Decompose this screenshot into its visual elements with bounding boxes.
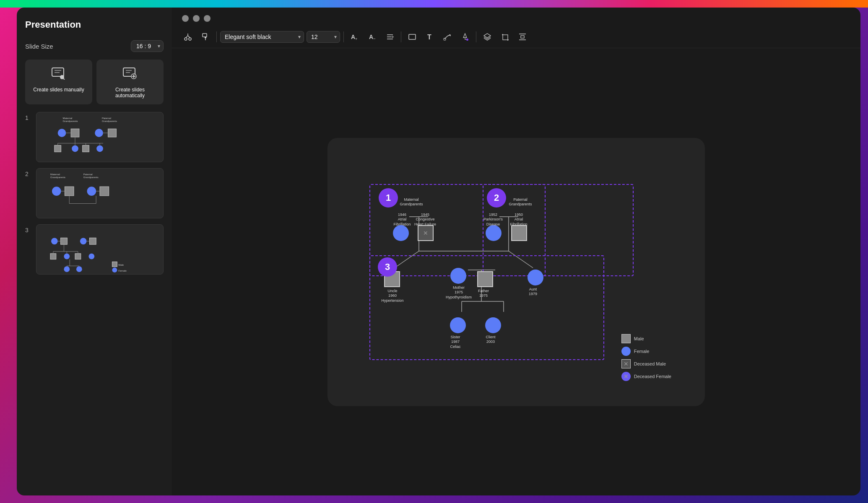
- legend-male-icon: [621, 334, 631, 343]
- window-minimize-button[interactable]: [193, 15, 200, 22]
- toolbar-divider-2: [343, 31, 344, 42]
- svg-point-56: [64, 266, 70, 272]
- font-size-select[interactable]: 12 10 14 16 18 24: [307, 31, 340, 43]
- create-manually-button[interactable]: Create slides manually: [25, 60, 92, 104]
- create-auto-button[interactable]: Create slides automatically: [96, 60, 164, 104]
- mother-node: [450, 268, 466, 284]
- svg-line-73: [186, 36, 188, 38]
- svg-rect-17: [71, 129, 79, 137]
- svg-text:Grandparents: Grandparents: [63, 120, 78, 122]
- format-painter-button[interactable]: [198, 31, 213, 43]
- svg-rect-45: [42, 225, 157, 274]
- aunt-node: [528, 270, 543, 285]
- font-grow-button[interactable]: A +: [347, 31, 362, 43]
- maternal-gp-label: MaternalGrandparents: [395, 197, 428, 207]
- canvas-area: 1 2 3 MaternalGrandparents PaternalGrand…: [172, 48, 860, 495]
- svg-rect-37: [65, 187, 74, 196]
- svg-line-110: [395, 251, 419, 268]
- svg-rect-20: [108, 129, 117, 137]
- create-manually-label: Create slides manually: [33, 87, 84, 93]
- mat-gf-node: ✕: [418, 225, 434, 241]
- legend-female: Female: [621, 347, 671, 356]
- svg-line-88: [444, 36, 447, 39]
- slide-size-select[interactable]: 16 : 9 4 : 3 A4: [131, 40, 164, 52]
- font-size-wrapper[interactable]: 12 10 14 16 18 24: [307, 31, 340, 43]
- main-area: Elegant soft black 12 10 14 16 18 24 A +…: [172, 8, 860, 495]
- mat-gf-year-label: 1945CongestiveHeart Failure: [413, 213, 438, 227]
- svg-rect-11: [42, 112, 157, 162]
- window-close-button[interactable]: [182, 15, 189, 22]
- cut-button[interactable]: [180, 31, 195, 43]
- svg-line-111: [509, 251, 533, 268]
- legend-female-label: Female: [634, 349, 650, 354]
- font-selector[interactable]: Elegant soft black: [220, 31, 304, 43]
- slide-item-1[interactable]: 1 Maternal Grandparents Paternal Grandpa…: [25, 112, 164, 162]
- sidebar: Presentation Slide Size 16 : 9 4 : 3 A4: [17, 8, 172, 495]
- legend-deceased-male: ✕ Deceased Male: [621, 359, 671, 368]
- svg-rect-76: [203, 34, 207, 37]
- toolbar: Elegant soft black 12 10 14 16 18 24 A +…: [172, 28, 860, 48]
- legend-deceased-male-icon: ✕: [621, 359, 631, 368]
- layers-button[interactable]: [480, 31, 495, 43]
- font-select-wrapper[interactable]: Elegant soft black: [220, 31, 304, 43]
- svg-point-48: [80, 238, 87, 244]
- connector-button[interactable]: [440, 31, 455, 43]
- legend: Male Female ✕ Deceased Male ✕: [621, 334, 671, 381]
- svg-rect-24: [83, 145, 89, 152]
- slide-item-3[interactable]: 3: [25, 224, 164, 275]
- svg-point-23: [72, 145, 78, 152]
- text-button[interactable]: T: [422, 31, 437, 43]
- legend-deceased-male-label: Deceased Male: [634, 361, 666, 366]
- distribute-button[interactable]: [515, 31, 530, 43]
- color-fill-button[interactable]: [457, 31, 473, 43]
- slide-item-2[interactable]: 2 Maternal Grandparents Paternal Grandpa…: [25, 168, 164, 218]
- slide-number-1: 1: [25, 114, 32, 121]
- svg-rect-77: [205, 36, 206, 38]
- svg-text:Paternal: Paternal: [102, 117, 111, 119]
- svg-text:Male: Male: [118, 264, 124, 266]
- create-auto-label: Create slides automatically: [101, 87, 159, 99]
- badge-2: 2: [487, 188, 506, 207]
- svg-point-25: [96, 145, 103, 152]
- badge-2-number: 2: [494, 192, 499, 203]
- rectangle-button[interactable]: [405, 31, 420, 43]
- svg-text:+: +: [355, 37, 357, 41]
- create-manually-icon: [51, 67, 66, 83]
- slide-thumb-3[interactable]: Male Female: [36, 224, 164, 275]
- align-button[interactable]: [382, 31, 398, 43]
- svg-point-53: [64, 254, 70, 259]
- pat-gm-year-label: 1952Parkinson'sDisease: [481, 213, 506, 227]
- svg-point-55: [88, 254, 94, 259]
- slide-size-label: Slide Size: [25, 43, 53, 50]
- svg-point-72: [189, 38, 191, 40]
- badge-1-number: 1: [386, 192, 391, 203]
- mother-label: Mother1975Hypothyroidism: [445, 285, 473, 300]
- legend-deceased-female-icon: ✕: [621, 372, 631, 381]
- svg-rect-49: [89, 238, 96, 244]
- slide-canvas[interactable]: 1 2 3 MaternalGrandparents PaternalGrand…: [327, 138, 705, 406]
- toolbar-divider-4: [476, 31, 476, 42]
- create-buttons-row: Create slides manually Create slides aut…: [25, 60, 164, 104]
- slide-thumb-2[interactable]: Maternal Grandparents Paternal Grandpare…: [36, 168, 164, 218]
- slide-list: 1 Maternal Grandparents Paternal Grandpa…: [25, 112, 164, 484]
- sister-label: Sister1987Celiac: [444, 335, 466, 350]
- slide-size-select-wrapper[interactable]: 16 : 9 4 : 3 A4: [131, 40, 164, 52]
- slide-number-2: 2: [25, 171, 32, 177]
- legend-female-icon: [621, 347, 631, 356]
- svg-rect-47: [61, 238, 68, 244]
- crop-button[interactable]: [497, 31, 512, 43]
- legend-dm-x: ✕: [624, 361, 629, 367]
- toolbar-divider-3: [401, 31, 401, 42]
- svg-text:−: −: [373, 36, 376, 41]
- slide-thumb-1[interactable]: Maternal Grandparents Paternal Grandpare…: [36, 112, 164, 162]
- client-label: Client2003: [480, 335, 502, 345]
- font-shrink-button[interactable]: A −: [365, 31, 380, 43]
- window-maximize-button[interactable]: [204, 15, 211, 22]
- top-gradient-bar: [0, 0, 868, 8]
- sidebar-title: Presentation: [25, 19, 164, 30]
- mat-gm-node: [393, 225, 409, 241]
- svg-point-39: [87, 187, 96, 196]
- father-node: [477, 271, 493, 287]
- svg-point-19: [95, 129, 103, 137]
- svg-rect-99: [521, 36, 524, 38]
